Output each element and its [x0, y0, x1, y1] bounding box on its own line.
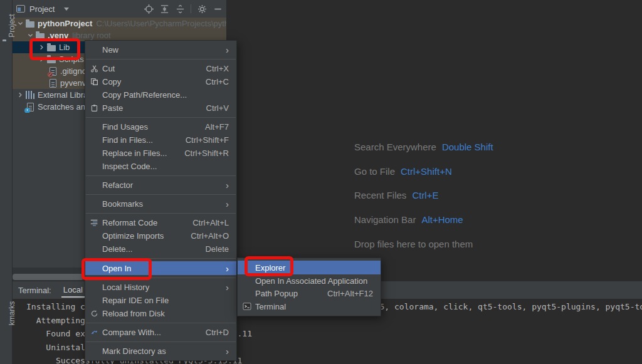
- menu-item-mark-directory-as[interactable]: Mark Directory as›: [85, 345, 236, 358]
- menu-separator: [86, 278, 236, 278]
- chevron-down-icon[interactable]: [25, 31, 35, 41]
- submenu-item-explorer[interactable]: Explorer: [238, 261, 381, 274]
- reload-icon: [89, 309, 99, 319]
- copy-icon: [89, 77, 99, 87]
- terminal-tab-local[interactable]: Local: [61, 283, 85, 298]
- submenu-item-path-popup[interactable]: Path PopupCtrl+Alt+F12: [238, 287, 381, 299]
- menu-separator: [86, 213, 236, 214]
- project-panel-title: Project: [29, 4, 55, 14]
- chevron-down-icon[interactable]: [15, 19, 25, 29]
- menu-item-reformat-code[interactable]: Reformat CodeCtrl+Alt+L: [85, 216, 236, 229]
- folder-icon: [25, 19, 35, 29]
- folder-icon: [46, 43, 56, 53]
- submenu-arrow-icon: ›: [226, 45, 229, 55]
- hide-panel-button[interactable]: [213, 4, 223, 14]
- menu-item-delete[interactable]: Delete...Delete: [85, 242, 236, 256]
- menu-item-new[interactable]: New›: [85, 43, 236, 56]
- chevron-right-icon[interactable]: [15, 90, 25, 100]
- library-root-tag: library root: [72, 31, 110, 40]
- locate-file-button[interactable]: [144, 4, 154, 14]
- left-tool-stripe: Project kmarks: [0, 0, 13, 364]
- terminal-icon: [241, 301, 252, 311]
- menu-separator: [86, 117, 236, 118]
- external-libraries-icon: [25, 90, 35, 100]
- menu-item-compare-with[interactable]: Compare With...Ctrl+D: [85, 326, 236, 339]
- paste-icon: [89, 103, 99, 113]
- open-in-submenu: Explorer Open In Associated Application …: [237, 257, 381, 316]
- project-view-selector[interactable]: Project: [16, 4, 69, 14]
- terminal-label: Terminal:: [18, 286, 51, 295]
- menu-item-open-in[interactable]: Open In›: [85, 261, 236, 275]
- menu-item-replace-in-files[interactable]: Replace in Files...Ctrl+Shift+R: [85, 147, 236, 160]
- menu-item-cut[interactable]: CutCtrl+X: [85, 62, 236, 75]
- shortcut-help-line: Search Everywhere Double Shift: [354, 142, 493, 166]
- shortcut-help-line: Recent Files Ctrl+E: [354, 190, 493, 214]
- project-toolwindow-icon: [16, 5, 25, 13]
- menu-separator: [86, 59, 236, 60]
- menu-item-paste[interactable]: PasteCtrl+V: [85, 101, 236, 115]
- gitignore-file-icon: [48, 66, 58, 76]
- collapse-all-button[interactable]: [175, 4, 185, 14]
- chevron-right-icon[interactable]: [36, 43, 46, 53]
- submenu-arrow-icon: ›: [226, 199, 229, 209]
- toolbar-separator: [191, 4, 191, 13]
- compare-icon: [89, 328, 99, 338]
- menu-separator: [86, 194, 236, 195]
- submenu-item-terminal[interactable]: Terminal: [238, 299, 381, 313]
- submenu-arrow-icon: ›: [226, 283, 229, 292]
- menu-item-local-history[interactable]: Local History›: [85, 281, 236, 294]
- gear-icon[interactable]: [197, 4, 207, 14]
- scratches-icon: [25, 102, 35, 112]
- shortcut-help-line: Navigation Bar Alt+Home: [354, 214, 493, 239]
- menu-item-refactor[interactable]: Refactor›: [85, 179, 236, 192]
- config-file-icon: [48, 78, 58, 88]
- folder-icon: [35, 31, 45, 41]
- submenu-arrow-icon: ›: [226, 264, 229, 273]
- menu-item-optimize-imports[interactable]: Optimize ImportsCtrl+Alt+O: [85, 229, 236, 242]
- shortcut-help-line: Go to File Ctrl+Shift+N: [354, 166, 493, 190]
- project-toolwindow-button[interactable]: Project: [0, 21, 13, 59]
- horizontal-scrollbar-thumb[interactable]: [13, 274, 83, 280]
- project-panel-header: Project: [13, 0, 226, 18]
- pycharm-window: Project kmarks Project: [0, 0, 642, 364]
- submenu-arrow-icon: ›: [226, 346, 229, 356]
- menu-item-find-in-files[interactable]: Find in Files...Ctrl+Shift+F: [85, 133, 236, 147]
- chevron-right-icon[interactable]: [36, 55, 46, 65]
- submenu-item-open-in-associated-application[interactable]: Open In Associated Application: [238, 274, 381, 287]
- menu-item-copy-path-reference[interactable]: Copy Path/Reference...: [85, 88, 236, 101]
- folder-icon: [46, 55, 56, 65]
- menu-item-inspect-code[interactable]: Inspect Code...: [85, 160, 236, 173]
- cut-icon: [89, 64, 99, 74]
- menu-item-copy[interactable]: CopyCtrl+C: [85, 75, 236, 88]
- project-path: C:\Users\User\PycharmProjects\pythonProj…: [96, 19, 227, 28]
- editor-shortcut-help: Search Everywhere Double Shift Go to Fil…: [354, 142, 493, 263]
- menu-separator: [86, 323, 236, 323]
- menu-separator: [86, 341, 236, 342]
- menu-item-repair-ide[interactable]: Repair IDE on File: [85, 294, 236, 307]
- menu-item-bookmarks[interactable]: Bookmarks›: [85, 197, 236, 211]
- chevron-down-icon: [64, 8, 69, 11]
- menu-separator: [86, 175, 236, 176]
- submenu-arrow-icon: ›: [226, 180, 229, 190]
- bookmarks-toolwindow-button[interactable]: kmarks: [0, 309, 13, 346]
- tree-item-pythonproject[interactable]: pythonProject C:\Users\User\PycharmProje…: [13, 18, 227, 29]
- reformat-code-icon: [89, 218, 99, 228]
- expand-all-button[interactable]: [159, 4, 169, 14]
- menu-separator: [86, 258, 236, 259]
- context-menu: New› CutCtrl+X CopyCtrl+C Copy Path/Refe…: [85, 40, 237, 361]
- menu-item-find-usages[interactable]: Find UsagesAlt+F7: [85, 120, 236, 133]
- menu-item-reload-from-disk[interactable]: Reload from Disk: [85, 307, 236, 320]
